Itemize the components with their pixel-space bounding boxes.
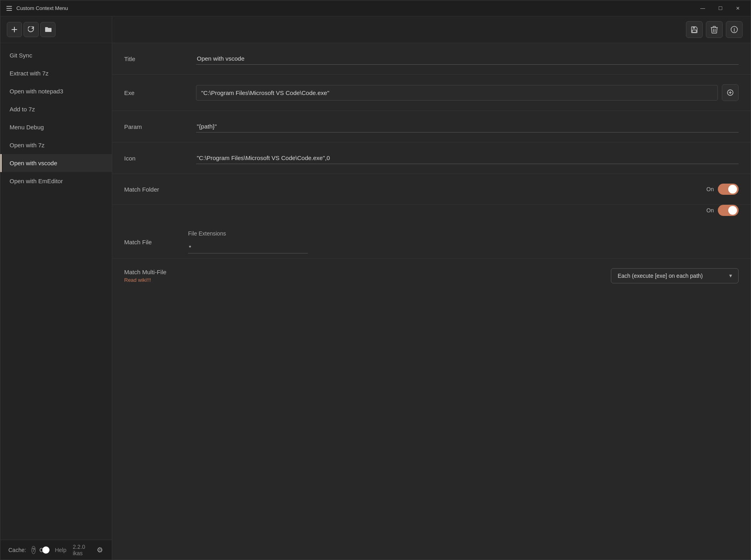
title-label: Title bbox=[124, 55, 188, 62]
icon-section: Icon bbox=[112, 142, 751, 174]
version-label: 2.2.0 ikas bbox=[73, 544, 89, 556]
exe-browse-button[interactable] bbox=[722, 84, 739, 101]
param-section: Param bbox=[112, 111, 751, 142]
cache-label: Cache: bbox=[8, 547, 26, 553]
sidebar-item-label: Git Sync bbox=[10, 52, 32, 59]
match-file-toggle[interactable] bbox=[718, 205, 739, 216]
svg-rect-4 bbox=[692, 30, 696, 32]
match-folder-on-label: On bbox=[706, 186, 714, 192]
sidebar-item-git-sync[interactable]: Git Sync bbox=[0, 46, 112, 64]
sidebar-item-menu-debug[interactable]: Menu Debug bbox=[0, 118, 112, 136]
app-window: Custom Context Menu — ☐ ✕ bbox=[0, 0, 751, 560]
param-label: Param bbox=[124, 123, 188, 130]
bottom-right: Help 2.2.0 ikas ⚙ bbox=[55, 544, 104, 556]
match-folder-section: Match Folder On bbox=[112, 174, 751, 205]
icon-label: Icon bbox=[124, 155, 188, 162]
folder-button[interactable] bbox=[40, 22, 55, 37]
file-ext-label: File Extensions bbox=[188, 230, 739, 237]
help-link[interactable]: Help bbox=[55, 547, 66, 553]
sidebar-item-label: Open with 7z bbox=[10, 142, 45, 148]
window-title: Custom Context Menu bbox=[16, 5, 695, 11]
match-file-label: Match File bbox=[124, 239, 188, 245]
svg-rect-0 bbox=[6, 6, 12, 7]
cache-help-icon[interactable]: ? bbox=[32, 546, 35, 554]
info-button[interactable] bbox=[726, 21, 743, 38]
app-icon bbox=[5, 4, 13, 12]
svg-rect-2 bbox=[6, 10, 12, 11]
sidebar-item-open-7z[interactable]: Open with 7z bbox=[0, 136, 112, 154]
sidebar-item-add-7z[interactable]: Add to 7z bbox=[0, 100, 112, 118]
main-area: Git Sync Extract with 7z Open with notep… bbox=[0, 16, 751, 560]
multi-file-select[interactable]: Each (execute [exe] on each path) Once (… bbox=[611, 268, 739, 283]
bottom-bar: Cache: ? On Help 2.2.0 ikas ⚙ bbox=[0, 540, 112, 560]
match-file-top: Match File File Extensions bbox=[112, 221, 751, 258]
sidebar-item-extract-7z[interactable]: Extract with 7z bbox=[0, 64, 112, 82]
title-section: Title bbox=[112, 43, 751, 75]
sidebar-item-label: Open with notepad3 bbox=[10, 88, 63, 95]
title-input[interactable] bbox=[196, 53, 739, 65]
match-folder-label: Match Folder bbox=[124, 186, 188, 193]
sidebar-item-emeditor[interactable]: Open with EmEditor bbox=[0, 172, 112, 190]
match-file-body: File Extensions bbox=[188, 230, 739, 253]
match-file-section: On Match File File Extensions bbox=[112, 205, 751, 259]
sidebar-item-vscode[interactable]: Open with vscode bbox=[0, 154, 112, 172]
right-panel: Title Exe Param bbox=[112, 16, 751, 560]
sidebar-list: Git Sync Extract with 7z Open with notep… bbox=[0, 43, 112, 540]
match-folder-toggle-row: On bbox=[706, 184, 739, 195]
titlebar: Custom Context Menu — ☐ ✕ bbox=[0, 0, 751, 16]
window-controls: — ☐ ✕ bbox=[695, 2, 746, 14]
panel-toolbar bbox=[112, 16, 751, 43]
exe-input[interactable] bbox=[196, 85, 718, 101]
sidebar-toolbar bbox=[0, 16, 112, 43]
save-button[interactable] bbox=[686, 21, 703, 38]
svg-rect-3 bbox=[693, 27, 695, 29]
match-file-on-label: On bbox=[706, 207, 714, 214]
match-folder-toggle[interactable] bbox=[718, 184, 739, 195]
svg-rect-1 bbox=[6, 8, 12, 9]
refresh-button[interactable] bbox=[24, 22, 39, 37]
sidebar-item-label: Open with vscode bbox=[10, 160, 57, 166]
sidebar-item-label: Menu Debug bbox=[10, 124, 44, 131]
multi-select-wrapper: Each (execute [exe] on each path) Once (… bbox=[611, 268, 739, 283]
settings-button[interactable]: ⚙ bbox=[95, 544, 104, 556]
match-multi-section: Match Multi-File Read wiki!!! Each (exec… bbox=[112, 259, 751, 293]
sidebar: Git Sync Extract with 7z Open with notep… bbox=[0, 16, 112, 560]
maximize-button[interactable]: ☐ bbox=[712, 2, 728, 14]
sidebar-item-label: Add to 7z bbox=[10, 106, 35, 113]
exe-label: Exe bbox=[124, 89, 188, 96]
file-ext-input[interactable] bbox=[188, 241, 308, 253]
close-button[interactable]: ✕ bbox=[730, 2, 746, 14]
exe-row bbox=[196, 84, 739, 101]
minimize-button[interactable]: — bbox=[695, 2, 711, 14]
sidebar-item-notepad3[interactable]: Open with notepad3 bbox=[0, 82, 112, 100]
match-file-toggle-row: On bbox=[112, 205, 751, 221]
param-input[interactable] bbox=[196, 121, 739, 133]
sidebar-item-label: Open with EmEditor bbox=[10, 178, 63, 184]
match-multi-label: Match Multi-File bbox=[124, 269, 188, 275]
add-button[interactable] bbox=[7, 22, 22, 37]
sidebar-item-label: Extract with 7z bbox=[10, 70, 49, 77]
icon-input[interactable] bbox=[196, 152, 739, 164]
wiki-link[interactable]: Read wiki!!! bbox=[124, 277, 188, 283]
multi-label-col: Match Multi-File Read wiki!!! bbox=[124, 269, 188, 283]
exe-section: Exe bbox=[112, 75, 751, 111]
delete-button[interactable] bbox=[706, 21, 723, 38]
